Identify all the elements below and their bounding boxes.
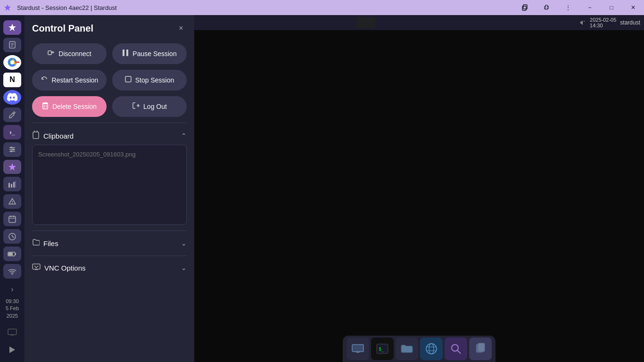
- svg-rect-24: [9, 216, 16, 222]
- window-title: Stardust - Session 4aec22 | Stardust: [15, 4, 514, 11]
- topbar-username: stardust: [620, 19, 640, 26]
- sidebar-monitor-icon[interactable]: [3, 325, 21, 339]
- svg-marker-3: [8, 24, 16, 31]
- clipboard-textarea[interactable]: [32, 145, 187, 225]
- left-sidebar: N ›_ › 09:30 5 Feb 2025: [0, 15, 25, 362]
- sidebar-files-icon[interactable]: [3, 38, 21, 52]
- date-display: 5 Feb: [6, 305, 19, 312]
- clipboard-section: Clipboard ⌃: [32, 123, 187, 227]
- pause-session-button[interactable]: Pause Session: [112, 43, 187, 64]
- clipboard-title: Clipboard: [43, 132, 74, 140]
- svg-line-30: [12, 237, 14, 238]
- sidebar-notion-icon[interactable]: N: [3, 73, 21, 87]
- sidebar-expand-btn[interactable]: ›: [3, 282, 21, 296]
- svg-rect-21: [15, 181, 16, 188]
- svg-marker-38: [9, 346, 15, 353]
- svg-rect-1: [522, 6, 526, 10]
- svg-rect-48: [33, 132, 39, 139]
- files-section-icon: [32, 239, 40, 248]
- taskbar-files-icon[interactable]: [469, 337, 492, 360]
- sidebar-alert-icon[interactable]: [3, 194, 21, 209]
- sidebar-battery-icon[interactable]: [3, 247, 21, 261]
- restart-icon: [41, 75, 48, 85]
- sidebar-sliders-icon[interactable]: [3, 142, 21, 157]
- svg-rect-35: [8, 329, 17, 335]
- vnc-section-header[interactable]: VNC Options ⌄: [32, 262, 187, 276]
- sidebar-discord-icon[interactable]: [3, 90, 21, 105]
- svg-rect-66: [478, 343, 485, 352]
- stop-session-label: Stop Session: [135, 76, 174, 84]
- files-chevron: ⌄: [181, 239, 187, 247]
- remote-display: 2025-02-0514:30 stardust $_: [194, 15, 644, 362]
- menu-btn[interactable]: ⋮: [557, 0, 579, 15]
- svg-marker-17: [8, 163, 16, 171]
- volume-item: [579, 19, 586, 26]
- svg-rect-19: [11, 184, 12, 188]
- taskbar-terminal-icon[interactable]: $_: [371, 337, 394, 360]
- svg-marker-0: [4, 4, 11, 11]
- log-out-button[interactable]: Log Out: [112, 96, 187, 117]
- pause-session-label: Pause Session: [132, 50, 176, 58]
- delete-icon: [42, 102, 49, 111]
- clipboard-section-header[interactable]: Clipboard ⌃: [32, 129, 187, 145]
- pause-icon: [122, 49, 129, 58]
- sidebar-calendar-icon[interactable]: [3, 212, 21, 226]
- control-panel-close-btn[interactable]: ×: [175, 23, 187, 34]
- clipboard-chevron-up: ⌃: [181, 132, 187, 140]
- svg-point-15: [12, 148, 14, 150]
- sidebar-chrome-icon[interactable]: [3, 55, 21, 70]
- sidebar-terminal-icon[interactable]: ›_: [3, 125, 21, 140]
- minimize-btn[interactable]: −: [579, 0, 601, 15]
- sidebar-stardust-logo[interactable]: [3, 20, 21, 35]
- sidebar-stardust2-icon[interactable]: [3, 160, 21, 174]
- btn-row-2: Restart Session Stop Session: [32, 70, 187, 90]
- topbar-datetime: 2025-02-0514:30: [590, 17, 616, 28]
- sidebar-pencil-icon[interactable]: [3, 107, 21, 122]
- restart-session-label: Restart Session: [52, 76, 99, 84]
- sidebar-play-icon[interactable]: [3, 342, 21, 357]
- taskbar-magnify-icon[interactable]: [445, 337, 467, 360]
- control-panel-header: Control Panel ×: [32, 23, 187, 34]
- disconnect-button[interactable]: Disconnect: [32, 43, 107, 64]
- sidebar-barchart-icon[interactable]: [3, 177, 21, 191]
- files-section-header[interactable]: Files ⌄: [32, 237, 187, 252]
- svg-rect-54: [353, 345, 363, 351]
- title-bar: Stardust - Session 4aec22 | Stardust ⋮ −…: [0, 0, 644, 15]
- sidebar-clock-icon[interactable]: [3, 229, 21, 244]
- taskbar-globe-icon[interactable]: [420, 337, 443, 360]
- vnc-options-section: VNC Options ⌄: [32, 255, 187, 276]
- svg-rect-18: [8, 183, 10, 188]
- delete-session-button[interactable]: Delete Session: [32, 96, 107, 117]
- svg-point-63: [452, 345, 458, 351]
- logout-icon: [132, 102, 140, 111]
- vnc-chevron: ⌄: [181, 264, 187, 272]
- svg-point-23: [12, 203, 13, 204]
- app-icon: [0, 0, 15, 15]
- taskbar-monitor-icon[interactable]: [347, 337, 369, 360]
- copy-btn[interactable]: [514, 0, 536, 15]
- log-out-label: Log Out: [143, 103, 167, 110]
- svg-rect-42: [126, 49, 128, 56]
- svg-rect-32: [8, 253, 13, 255]
- remote-topbar: 2025-02-0514:30 stardust: [194, 15, 644, 30]
- close-btn[interactable]: ✕: [622, 0, 644, 15]
- stop-session-button[interactable]: Stop Session: [112, 70, 187, 90]
- svg-rect-43: [125, 76, 131, 82]
- svg-line-64: [457, 350, 461, 354]
- vnc-title: VNC Options: [44, 264, 86, 272]
- vnc-icon: [32, 263, 41, 272]
- files-title: Files: [43, 239, 58, 247]
- svg-rect-49: [33, 264, 40, 269]
- btn-row-3: Delete Session Log Out: [32, 96, 187, 117]
- sidebar-time: 09:30 5 Feb 2025: [6, 298, 19, 323]
- extension-btn[interactable]: [536, 0, 557, 15]
- files-section: Files ⌄: [32, 230, 187, 252]
- maximize-btn[interactable]: □: [601, 0, 622, 15]
- delete-session-label: Delete Session: [52, 103, 97, 110]
- restart-session-button[interactable]: Restart Session: [32, 70, 107, 90]
- svg-rect-2: [523, 5, 527, 9]
- taskbar-folder-icon[interactable]: [396, 337, 418, 360]
- disconnect-label: Disconnect: [58, 50, 91, 58]
- svg-point-16: [10, 150, 12, 152]
- sidebar-wifi-icon[interactable]: [3, 264, 21, 279]
